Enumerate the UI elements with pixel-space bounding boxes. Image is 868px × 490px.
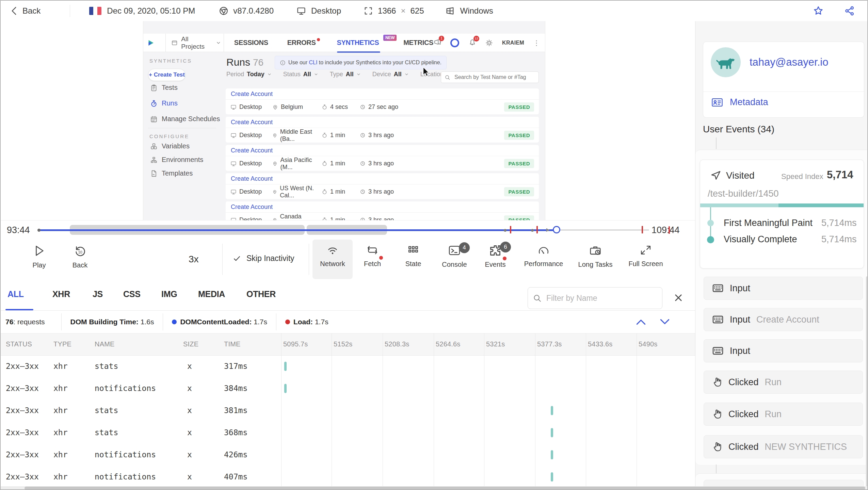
timeline-handle[interactable] — [553, 226, 560, 233]
favorite-star-icon[interactable] — [813, 5, 824, 16]
run-card[interactable]: Create Account Desktop Canada (Centra...… — [226, 201, 539, 220]
test-search-input[interactable] — [454, 74, 533, 81]
error-marker — [669, 226, 670, 234]
filter-type[interactable]: TypeAll — [330, 71, 361, 78]
request-row[interactable]: 2xx–3xx xhr notifications x 407ms — [1, 466, 695, 488]
back-button[interactable]: Back — [10, 6, 41, 16]
tab-errors[interactable]: ERRORS — [287, 39, 316, 47]
stopwatch-icon — [322, 104, 327, 110]
error-marker[interactable] — [510, 226, 511, 233]
tab-sessions[interactable]: SESSIONS — [234, 39, 268, 47]
run-card[interactable]: Create Account Desktop US West (N. Cal..… — [226, 173, 539, 199]
jump-previous-icon[interactable] — [634, 317, 647, 327]
speed-toggle[interactable]: 3x — [189, 254, 199, 265]
sidebar-item-variables[interactable]: Variables — [150, 142, 190, 150]
tab-metrics[interactable]: METRICS — [403, 39, 433, 47]
filter-device[interactable]: DeviceAll — [372, 71, 409, 78]
event-item-clicked[interactable]: Clicked Run — [704, 403, 863, 426]
event-item-input[interactable]: Input — [704, 339, 863, 362]
total-time: 109:44 — [652, 225, 680, 235]
user-email[interactable]: tahay@asayer.io — [750, 56, 828, 68]
map-pin-icon — [272, 161, 277, 166]
network-tab-js[interactable]: JS — [93, 289, 103, 299]
jump-next-icon[interactable] — [658, 317, 671, 327]
new-badge: NEW — [383, 35, 397, 41]
error-marker[interactable] — [642, 226, 643, 233]
network-tab-other[interactable]: OTHER — [246, 289, 276, 299]
event-item-input[interactable]: Input — [704, 277, 863, 300]
fetch-loop-icon — [366, 244, 379, 256]
panel-button-full-screen[interactable]: Full Screen — [620, 244, 671, 268]
run-title-link[interactable]: Create Account — [226, 173, 539, 184]
play-button[interactable]: Play — [18, 244, 60, 269]
sidebar-item-tests[interactable]: Tests — [150, 84, 178, 92]
row-type: xhr — [53, 406, 68, 415]
announcements-button[interactable]: 1 — [433, 38, 441, 48]
horizontal-scrollbar-thumb[interactable] — [25, 487, 865, 490]
panel-button-console[interactable]: 4 Console — [433, 244, 476, 268]
run-title-link[interactable]: Create Account — [226, 117, 539, 128]
tab-synthetics[interactable]: SYNTHETICS NEW — [337, 39, 379, 47]
notifications-button[interactable]: 13 — [468, 38, 476, 48]
run-card[interactable]: Create Account Desktop Belgium 4 secs 27… — [226, 88, 539, 114]
run-title-link[interactable]: Create Account — [226, 201, 539, 213]
gear-icon[interactable] — [485, 39, 493, 47]
cubes-icon — [150, 143, 158, 150]
request-row[interactable]: 2xx–3xx xhr notifications x 384ms — [1, 378, 695, 400]
run-title-link[interactable]: Create Account — [226, 88, 539, 100]
back-10s-button[interactable]: 10 Back — [59, 244, 101, 269]
panel-button-events[interactable]: 6 Events — [474, 244, 516, 268]
chrome-icon — [219, 6, 228, 16]
run-title-link[interactable]: Create Account — [226, 145, 539, 156]
filter-period[interactable]: PeriodToday — [226, 71, 272, 78]
kebab-menu-icon[interactable]: ⋮ — [533, 39, 540, 47]
run-device: Desktop — [230, 103, 272, 111]
panel-button-network[interactable]: Network — [311, 244, 354, 268]
request-row[interactable]: 2xx–3xx xhr stats x 317ms — [1, 356, 695, 378]
filter-status[interactable]: StatusAll — [283, 71, 318, 78]
run-device-label: Desktop — [239, 188, 262, 195]
user-menu[interactable]: KRAIEM — [502, 40, 524, 46]
filter-box[interactable] — [528, 287, 662, 309]
sidebar-item-runs[interactable]: Runs — [150, 99, 178, 107]
create-test-button[interactable]: + Create Test — [148, 69, 186, 81]
share-icon[interactable] — [844, 5, 855, 16]
skip-inactivity-toggle[interactable]: Skip Inactivity — [233, 254, 294, 263]
sidebar-scrollbar[interactable] — [866, 276, 868, 487]
network-tab-img[interactable]: IMG — [161, 289, 177, 299]
visited-event-card[interactable]: Visited Speed Index 5,714 /test-builder/… — [700, 160, 864, 268]
metadata-button[interactable]: Metadata — [711, 97, 768, 108]
sidebar-item-manage-schedules[interactable]: Manage Schedules — [150, 115, 220, 123]
event-item-input[interactable]: Input Create Account — [704, 308, 863, 331]
run-card[interactable]: Create Account Desktop Asia Pacific (M..… — [226, 145, 539, 171]
filter-input[interactable] — [546, 293, 649, 303]
event-item-clicked[interactable]: Clicked Run — [704, 371, 863, 394]
event-dot — [504, 229, 507, 232]
close-panel-icon[interactable] — [673, 293, 684, 303]
error-marker[interactable] — [536, 226, 538, 233]
request-row[interactable]: 2xx–3xx xhr stats x 381ms — [1, 400, 695, 422]
sidebar-item-templates[interactable]: Templates — [150, 169, 193, 177]
panel-button-state[interactable]: State — [392, 244, 434, 268]
row-size: x — [187, 472, 192, 481]
network-tab-all[interactable]: ALL — [7, 289, 24, 299]
network-tab-xhr[interactable]: XHR — [52, 289, 70, 299]
network-tab-media[interactable]: MEDIA — [198, 289, 225, 299]
playback-timeline: 93:44 109:44 — [1, 220, 695, 239]
test-search-box[interactable] — [441, 71, 539, 83]
run-when: 3 hrs ago — [360, 132, 394, 139]
panel-button-fetch[interactable]: Fetch — [351, 244, 393, 268]
panel-button-long-tasks[interactable]: Long Tasks — [570, 244, 621, 268]
run-card[interactable]: Create Account Desktop Middle East (Ba..… — [226, 117, 539, 143]
project-selector[interactable]: All Projects — [171, 35, 224, 50]
network-tab-css[interactable]: CSS — [123, 289, 141, 299]
divider — [165, 34, 166, 52]
panel-button-performance[interactable]: Performance — [518, 244, 569, 268]
replay-app-header: All Projects SESSIONS ERRORS SYNTHETICS … — [143, 34, 545, 52]
dcl-value: 1.7s — [254, 318, 267, 326]
request-row[interactable]: 2xx–3xx xhr notifications x 426ms — [1, 444, 695, 466]
sidebar-item-environments[interactable]: Environments — [150, 156, 203, 164]
banner-cli-link[interactable]: CLI — [309, 60, 317, 65]
request-row[interactable]: 2xx–3xx xhr stats x 368ms — [1, 422, 695, 444]
event-item-clicked[interactable]: Clicked NEW SYNTHETICS — [704, 435, 863, 458]
